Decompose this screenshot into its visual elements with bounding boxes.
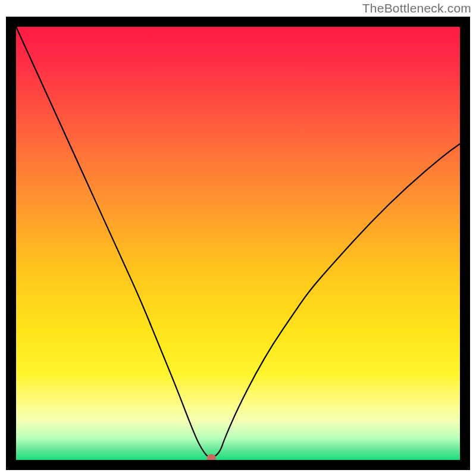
bottleneck-chart bbox=[16, 27, 460, 460]
watermark-text: TheBottleneck.com bbox=[362, 1, 471, 15]
chart-container: TheBottleneck.com bbox=[0, 0, 476, 476]
plot-area bbox=[16, 27, 460, 460]
plot-frame bbox=[6, 17, 470, 470]
gradient-background bbox=[16, 27, 460, 460]
